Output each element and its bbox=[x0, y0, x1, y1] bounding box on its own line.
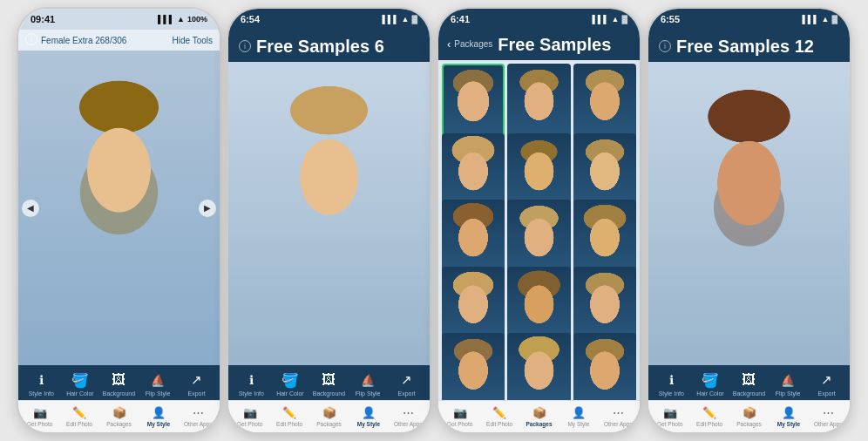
nav-packages-2[interactable]: 📦 Packages bbox=[309, 404, 349, 427]
grid-item-14[interactable]: 14 bbox=[507, 333, 570, 400]
phone-frame-4: 6:55 ▌▌▌ ▲ ▓ i Free Samples 12 ℹ Style I… bbox=[647, 7, 851, 434]
toolbar-label-background-2: Background bbox=[313, 390, 345, 397]
time-4: 6:55 bbox=[661, 14, 680, 24]
nav-mystyle-2[interactable]: 👤 My Style bbox=[349, 404, 388, 427]
time-1: 09:41 bbox=[31, 14, 55, 24]
grid-face-14 bbox=[507, 333, 570, 400]
header-title-1: Female Extra 268/306 bbox=[41, 36, 126, 45]
nav-otherapps-1[interactable]: ⋯ Other Apps bbox=[179, 404, 218, 427]
camera-icon-1: 📷 bbox=[30, 404, 51, 420]
toolbar-item-styleinfo-1[interactable]: ℹ Style Info bbox=[22, 370, 61, 397]
nav-mystyle-1[interactable]: 👤 My Style bbox=[139, 404, 178, 427]
nav-editphoto-2[interactable]: ✏️ Edit Photo bbox=[269, 404, 309, 427]
nav-label-mystyle-4: My Style bbox=[777, 421, 800, 427]
next-arrow-1[interactable]: ▶ bbox=[199, 200, 216, 217]
toolbar-item-export-4[interactable]: ↗ Export bbox=[807, 370, 846, 397]
battery-icon-3: ▓ bbox=[621, 15, 627, 24]
nav-mystyle-4[interactable]: 👤 My Style bbox=[769, 404, 808, 427]
nav-otherapps-3[interactable]: ⋯ Other Apps bbox=[599, 404, 638, 427]
toolbar-item-background-2[interactable]: 🖼 Background bbox=[309, 370, 349, 397]
toolbar-item-export-1[interactable]: ↗ Export bbox=[177, 370, 216, 397]
prev-arrow-1[interactable]: ◀ bbox=[22, 200, 39, 217]
nav-packages-4[interactable]: 📦 Packages bbox=[729, 404, 769, 427]
toolbar-item-styleinfo-2[interactable]: ℹ Style Info bbox=[232, 370, 271, 397]
phone-frame-1: 09:41 ▌▌▌ ▲ 100% i Female Extra 268/306 … bbox=[17, 7, 221, 434]
grid-container-3: 1 2 3 4 5 6 7 bbox=[438, 60, 640, 400]
nav-label-otherapps-1: Other Apps bbox=[184, 421, 213, 427]
nav-editphoto-4[interactable]: ✏️ Edit Photo bbox=[689, 404, 729, 427]
header-1: i Female Extra 268/306 Hide Tools bbox=[18, 30, 220, 51]
apps-icon-4: ⋯ bbox=[817, 404, 838, 420]
nav-mystyle-3[interactable]: 👤 My Style bbox=[559, 404, 598, 427]
page-title-2: Free Samples 6 bbox=[256, 37, 384, 57]
nav-getphoto-1[interactable]: 📷 Get Photo bbox=[20, 404, 59, 427]
back-arrow-3[interactable]: ‹ bbox=[447, 37, 451, 51]
nav-packages-1[interactable]: 📦 Packages bbox=[99, 404, 139, 427]
signal-icon-4: ▌▌▌ bbox=[802, 15, 818, 24]
toolbar-item-flipstyle-1[interactable]: ⛵ Flip Style bbox=[139, 370, 178, 397]
nav-getphoto-4[interactable]: 📷 Get Photo bbox=[650, 404, 689, 427]
nav-otherapps-4[interactable]: ⋯ Other Apps bbox=[809, 404, 848, 427]
woman-photo-1 bbox=[18, 51, 220, 365]
nav-label-mystyle-3: My Style bbox=[567, 421, 589, 427]
camera-icon-4: 📷 bbox=[660, 404, 681, 420]
woman-photo-4 bbox=[648, 62, 850, 365]
toolbar-label-background-4: Background bbox=[733, 390, 765, 397]
toolbar-label-flipstyle-1: Flip Style bbox=[146, 390, 171, 397]
toolbar-item-background-4[interactable]: 🖼 Background bbox=[729, 370, 769, 397]
nav-label-otherapps-3: Other Apps bbox=[604, 421, 633, 427]
info-icon-4[interactable]: i bbox=[659, 40, 671, 52]
toolbar-4: ℹ Style Info 🪣 Hair Color 🖼 Background ⛵… bbox=[648, 365, 850, 400]
grid-item-15[interactable]: 15 bbox=[573, 333, 636, 400]
nav-getphoto-2[interactable]: 📷 Get Photo bbox=[230, 404, 269, 427]
main-image-2 bbox=[228, 62, 430, 365]
screenshots-container: 09:41 ▌▌▌ ▲ 100% i Female Extra 268/306 … bbox=[13, 3, 855, 438]
nav-label-getphoto-3: Got Photo bbox=[447, 421, 472, 427]
signal-icon-2: ▌▌▌ bbox=[382, 15, 398, 24]
nav-otherapps-2[interactable]: ⋯ Other Apps bbox=[389, 404, 428, 427]
nav-getphoto-3[interactable]: 📷 Got Photo bbox=[440, 404, 479, 427]
flip-icon-toolbar-2: ⛵ bbox=[356, 370, 380, 390]
breadcrumb-row: ‹ Packages bbox=[447, 37, 492, 52]
info-icon-2[interactable]: i bbox=[239, 40, 251, 52]
toolbar-label-styleinfo-4: Style Info bbox=[659, 390, 684, 397]
toolbar-item-flipstyle-4[interactable]: ⛵ Flip Style bbox=[769, 370, 808, 397]
status-bar-4: 6:55 ▌▌▌ ▲ ▓ bbox=[648, 9, 850, 30]
pkg-icon-4: 📦 bbox=[739, 404, 760, 420]
toolbar-1: ℹ Style Info 🪣 Hair Color 🖼 Background ⛵… bbox=[18, 365, 220, 400]
info-icon-1[interactable]: i bbox=[25, 33, 37, 45]
edit-icon-3: ✏️ bbox=[489, 404, 510, 420]
phone-frame-2: 6:54 ▌▌▌ ▲ ▓ i Free Samples 6 ℹ Style In… bbox=[227, 7, 431, 434]
status-icons-4: ▌▌▌ ▲ ▓ bbox=[802, 15, 837, 24]
wifi-icon-3: ▲ bbox=[612, 15, 620, 24]
wifi-icon: ▲ bbox=[177, 15, 185, 24]
toolbar-label-haircolor-2: Hair Color bbox=[276, 390, 304, 397]
apps-icon-1: ⋯ bbox=[187, 404, 208, 420]
nav-label-packages-3: Packages bbox=[526, 421, 553, 427]
battery-icon-4: ▓ bbox=[831, 15, 837, 24]
toolbar-label-styleinfo-1: Style Info bbox=[29, 390, 54, 397]
mystyle-icon-4: 👤 bbox=[778, 404, 799, 420]
toolbar-item-export-2[interactable]: ↗ Export bbox=[387, 370, 426, 397]
nav-label-editphoto-1: Edit Photo bbox=[66, 421, 92, 427]
main-image-4 bbox=[648, 62, 850, 365]
toolbar-item-haircolor-4[interactable]: 🪣 Hair Color bbox=[691, 370, 730, 397]
toolbar-item-haircolor-1[interactable]: 🪣 Hair Color bbox=[61, 370, 100, 397]
toolbar-item-styleinfo-4[interactable]: ℹ Style Info bbox=[652, 370, 691, 397]
grid-item-13[interactable]: 13 bbox=[442, 333, 505, 400]
toolbar-label-export-1: Export bbox=[188, 390, 206, 397]
toolbar-item-background-1[interactable]: 🖼 Background bbox=[99, 370, 139, 397]
toolbar-item-haircolor-2[interactable]: 🪣 Hair Color bbox=[271, 370, 310, 397]
phone-frame-3: 6:41 ▌▌▌ ▲ ▓ ‹ Packages Free Samples 1 2 bbox=[437, 7, 641, 434]
status-icons-1: ▌▌▌ ▲ 100% bbox=[158, 15, 207, 24]
nav-editphoto-3[interactable]: ✏️ Edit Photo bbox=[479, 404, 519, 427]
hide-tools-btn[interactable]: Hide Tools bbox=[172, 36, 213, 45]
mystyle-icon-1: 👤 bbox=[148, 404, 169, 420]
toolbar-item-flipstyle-2[interactable]: ⛵ Flip Style bbox=[349, 370, 388, 397]
main-image-1: ◀ ▶ bbox=[18, 51, 220, 365]
mystyle-icon-3: 👤 bbox=[568, 404, 589, 420]
grid-face-13 bbox=[442, 333, 505, 400]
nav-packages-3[interactable]: 📦 Packages bbox=[519, 404, 559, 427]
nav-label-packages-2: Packages bbox=[316, 421, 342, 427]
nav-editphoto-1[interactable]: ✏️ Edit Photo bbox=[59, 404, 98, 427]
